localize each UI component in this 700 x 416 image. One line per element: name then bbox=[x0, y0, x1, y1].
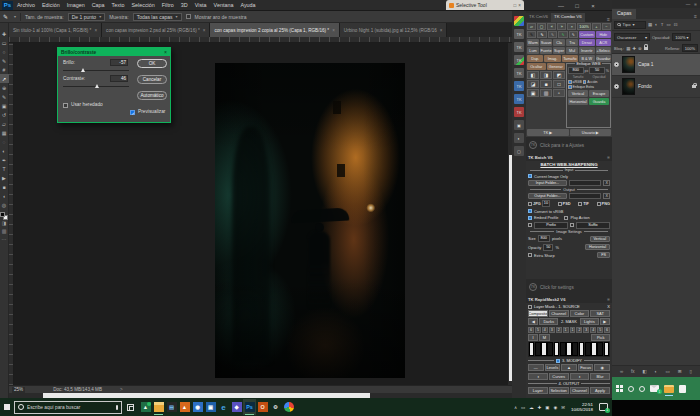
format-checkbox[interactable] bbox=[597, 202, 601, 206]
source-close-button[interactable]: X bbox=[607, 304, 610, 309]
taskbar-app-icon[interactable]: ◉ bbox=[191, 399, 204, 415]
document-tab[interactable]: con capas impresion 2 copia al 25% (Capa… bbox=[210, 23, 339, 37]
lock-option-icon[interactable]: ⊕ bbox=[638, 46, 642, 51]
layers-action-icon[interactable]: ▯ bbox=[690, 369, 693, 374]
tk-footer-button[interactable]: TK ▶ bbox=[527, 129, 569, 136]
filter-icon[interactable]: ▦ bbox=[648, 22, 652, 27]
output-button[interactable]: Channel bbox=[570, 387, 590, 394]
opacity-select[interactable]: 100% ▾ bbox=[672, 33, 691, 41]
modify-button[interactable]: ◗ bbox=[570, 373, 590, 380]
tk-mask-button[interactable]: ◨ bbox=[540, 71, 552, 79]
panel-icon[interactable]: ▢ bbox=[514, 146, 524, 156]
panel-menu-icon[interactable]: ≡ bbox=[607, 155, 610, 160]
panel-icon[interactable]: TK bbox=[514, 55, 524, 65]
zone-button[interactable]: 2 bbox=[556, 327, 562, 333]
tk-action-button[interactable]: Imag. bbox=[544, 55, 560, 62]
layers-action-icon[interactable]: ▭ bbox=[666, 369, 670, 374]
luminosity-key[interactable] bbox=[591, 342, 597, 356]
tk-tool-button[interactable]: × bbox=[567, 23, 576, 30]
panel-menu-icon[interactable]: ≡ bbox=[694, 13, 700, 19]
minimize-icon[interactable]: — bbox=[556, 3, 566, 9]
format-option[interactable]: TIF bbox=[578, 201, 589, 206]
tk-action-button[interactable]: ACR bbox=[596, 39, 611, 46]
status-arrow-icon[interactable]: > bbox=[120, 387, 123, 392]
suffix-field[interactable]: Suffix bbox=[576, 222, 610, 229]
output-button[interactable]: Selection bbox=[549, 387, 569, 394]
tool-button[interactable]: ↗ bbox=[0, 74, 9, 83]
menu-icon[interactable]: ≡ bbox=[694, 2, 697, 7]
tool-button[interactable]: T bbox=[0, 164, 9, 173]
fill-select[interactable]: 100% bbox=[682, 44, 698, 52]
contrast-slider[interactable] bbox=[63, 86, 129, 87]
suffix-checkbox[interactable] bbox=[570, 223, 574, 227]
batch-heading[interactable]: BATCH WEB-SHARPENING bbox=[528, 162, 610, 167]
tk-action-button[interactable]: Fuerte bbox=[540, 47, 552, 54]
layers-action-icon[interactable]: fx bbox=[631, 369, 635, 374]
m-button[interactable]: M bbox=[539, 334, 549, 341]
sample-size-select[interactable]: De 1 punto ▾ bbox=[68, 13, 105, 21]
panel-icon[interactable]: TK bbox=[514, 107, 524, 117]
brightness-slider[interactable] bbox=[63, 70, 129, 71]
tk-action-button[interactable]: Warm bbox=[527, 39, 539, 46]
tk-mask-button[interactable]: ◩ bbox=[553, 71, 565, 79]
lock-icon[interactable] bbox=[644, 47, 648, 50]
menu-item[interactable]: Texto bbox=[112, 2, 125, 8]
tk-action-button[interactable]: Hide bbox=[596, 31, 611, 38]
output-folder-field[interactable] bbox=[569, 193, 602, 199]
modify-button[interactable]: Blur bbox=[590, 373, 610, 380]
panel-icon[interactable]: TK bbox=[514, 94, 524, 104]
panel-icon[interactable]: ◐ bbox=[514, 133, 524, 143]
taskbar-app-icon[interactable] bbox=[282, 399, 295, 415]
blend-mode-select[interactable]: Oscurecer ▾ bbox=[614, 33, 650, 41]
source-button[interactable]: SAT bbox=[590, 310, 610, 317]
zoom-level[interactable]: 25% bbox=[12, 387, 25, 393]
luminosity-key[interactable] bbox=[560, 342, 566, 356]
luminosity-key[interactable] bbox=[547, 342, 553, 356]
tk-mask-button[interactable]: □ bbox=[553, 80, 565, 88]
clear-input-button[interactable]: X bbox=[603, 180, 610, 186]
tk-action-button[interactable]: Desat bbox=[579, 39, 594, 46]
source-button[interactable]: Color bbox=[570, 310, 590, 317]
chevron-down-icon[interactable]: ▾ bbox=[14, 14, 16, 19]
tk-action-button[interactable]: Invertir bbox=[579, 47, 594, 54]
tool-button[interactable]: ◌ bbox=[0, 137, 9, 146]
restore-icon[interactable]: □ bbox=[514, 3, 517, 8]
darks-button[interactable]: Darks bbox=[539, 318, 558, 325]
zone-button[interactable]: 6 bbox=[604, 327, 610, 333]
luminosity-key[interactable] bbox=[541, 342, 547, 356]
task-view-icon[interactable] bbox=[639, 386, 645, 392]
layer-thumbnail[interactable] bbox=[622, 56, 635, 73]
menu-item[interactable]: Capa bbox=[92, 2, 105, 8]
sharpen-button[interactable]: Vertical bbox=[568, 90, 588, 97]
dialog-titlebar[interactable]: Brillo/contraste × bbox=[58, 48, 170, 56]
auto-button[interactable]: Automático bbox=[137, 91, 167, 100]
tray-icon[interactable]: ✚ bbox=[538, 405, 542, 410]
zone-button[interactable]: 5 bbox=[535, 327, 541, 333]
taskbar-app-icon[interactable]: ◆ bbox=[230, 399, 243, 415]
size-input[interactable]: 800 bbox=[538, 235, 550, 242]
document-image[interactable] bbox=[215, 63, 405, 378]
tk-action-button[interactable]: Guardar bbox=[596, 55, 611, 62]
tk-action-button[interactable]: Custom bbox=[579, 31, 594, 38]
tk-action-button[interactable]: Cla bbox=[553, 39, 565, 46]
start-button[interactable] bbox=[0, 404, 14, 411]
panel-icon[interactable]: TK bbox=[514, 29, 524, 39]
tool-button[interactable]: ▭ bbox=[0, 38, 9, 47]
sharpen-opacity-input[interactable]: 50 bbox=[589, 67, 605, 74]
tk-tool-button[interactable]: ▢ bbox=[537, 23, 546, 30]
modify-button[interactable]: ◉ bbox=[594, 364, 610, 371]
tk-action-button[interactable]: Tamaño bbox=[562, 55, 578, 62]
task-view-icon[interactable] bbox=[127, 404, 134, 411]
tray-icon[interactable]: ▣ bbox=[545, 405, 549, 410]
tray-icon[interactable]: ◉ bbox=[553, 405, 557, 410]
tab-close-icon[interactable]: × bbox=[332, 28, 335, 33]
taskbar-app-icon[interactable]: ▲ bbox=[139, 399, 152, 415]
lock-option-icon[interactable]: ▦ bbox=[626, 46, 630, 51]
lights-button[interactable]: Lights bbox=[580, 318, 599, 325]
fs-button[interactable]: FS bbox=[597, 252, 610, 258]
taskbar-app-icon[interactable]: ▤ bbox=[165, 399, 178, 415]
modify-button[interactable]: Curves bbox=[549, 373, 569, 380]
layers-action-icon[interactable]: ◧ bbox=[643, 369, 647, 374]
prefix-field[interactable]: Prefix bbox=[534, 222, 568, 229]
file-explorer-icon[interactable] bbox=[664, 385, 674, 393]
